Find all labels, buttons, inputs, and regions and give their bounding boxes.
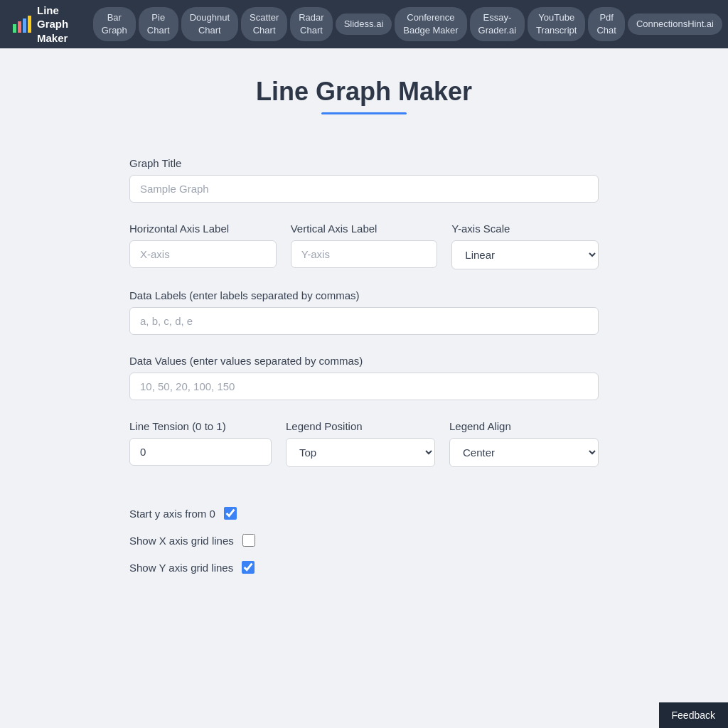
v-axis-label: Vertical Axis Label <box>291 223 438 235</box>
navbar: Line GraphMaker BarGraph PieChart Doughn… <box>0 0 728 48</box>
data-values-group: Data Values (enter values separated by c… <box>129 355 599 400</box>
axis-row: Horizontal Axis Label Vertical Axis Labe… <box>129 223 599 289</box>
line-tension-group: Line Tension (0 to 1) <box>129 420 272 467</box>
legend-position-label: Legend Position <box>286 420 435 432</box>
data-values-input[interactable] <box>129 373 599 400</box>
h-axis-label: Horizontal Axis Label <box>129 223 277 235</box>
svg-rect-2 <box>23 18 26 33</box>
h-axis-group: Horizontal Axis Label <box>129 223 277 269</box>
brand-icon <box>11 14 31 34</box>
nav-youtube-transcript[interactable]: YouTubeTranscript <box>528 7 585 41</box>
line-tension-input[interactable] <box>129 438 272 466</box>
start-y-checkbox[interactable] <box>224 507 237 520</box>
graph-title-group: Graph Title <box>129 157 599 203</box>
data-values-label: Data Values (enter values separated by c… <box>129 355 599 367</box>
legend-align-select[interactable]: Center Start End <box>449 438 599 467</box>
main-content: Line Graph Maker Graph Title Horizontal … <box>44 48 684 631</box>
nav-connections-hint[interactable]: ConnectionsHint.ai <box>628 14 722 35</box>
nav-essay-grader[interactable]: Essay-Grader.ai <box>470 7 525 41</box>
svg-rect-1 <box>18 21 21 33</box>
show-y-grid-label: Show Y axis grid lines <box>129 562 233 574</box>
y-scale-select[interactable]: Linear Logarithmic <box>451 240 599 269</box>
start-y-label: Start y axis from 0 <box>129 508 215 520</box>
feedback-button[interactable]: Feedback <box>659 702 728 728</box>
h-axis-input[interactable] <box>129 240 277 268</box>
graph-title-input[interactable] <box>129 175 599 203</box>
tension-legend-row: Line Tension (0 to 1) Legend Position To… <box>129 420 599 487</box>
nav-scatter-chart[interactable]: ScatterChart <box>241 7 287 41</box>
legend-position-select[interactable]: Top Bottom Left Right <box>286 438 435 467</box>
graph-title-label: Graph Title <box>129 157 599 169</box>
nav-conference-badge[interactable]: ConferenceBadge Maker <box>395 7 466 41</box>
data-labels-group: Data Labels (enter labels separated by c… <box>129 289 599 335</box>
y-scale-group: Y-axis Scale Linear Logarithmic <box>451 223 599 269</box>
title-underline <box>321 112 407 114</box>
data-labels-label: Data Labels (enter labels separated by c… <box>129 289 599 301</box>
data-labels-input[interactable] <box>129 307 599 335</box>
nav-bar-graph[interactable]: BarGraph <box>93 7 136 41</box>
v-axis-group: Vertical Axis Label <box>291 223 438 269</box>
show-x-grid-checkbox[interactable] <box>242 534 255 547</box>
svg-rect-3 <box>28 16 31 33</box>
show-x-grid-label: Show X axis grid lines <box>129 535 234 547</box>
start-y-row: Start y axis from 0 <box>129 507 599 520</box>
brand-text: Line GraphMaker <box>37 4 85 46</box>
y-scale-label: Y-axis Scale <box>451 223 599 235</box>
svg-rect-0 <box>13 24 16 33</box>
nav-pdf-chat[interactable]: PdfChat <box>588 7 624 41</box>
nav-slidess[interactable]: Slidess.ai <box>336 14 392 35</box>
legend-align-group: Legend Align Center Start End <box>449 420 599 467</box>
brand-logo[interactable]: Line GraphMaker <box>6 4 90 46</box>
line-tension-label: Line Tension (0 to 1) <box>129 420 272 432</box>
page-title: Line Graph Maker <box>58 77 670 107</box>
nav-radar-chart[interactable]: RadarChart <box>290 7 332 41</box>
nav-doughnut-chart[interactable]: DoughnutChart <box>181 7 238 41</box>
nav-pie-chart[interactable]: PieChart <box>139 7 178 41</box>
legend-position-group: Legend Position Top Bottom Left Right <box>286 420 435 467</box>
legend-align-label: Legend Align <box>449 420 599 432</box>
v-axis-input[interactable] <box>291 240 438 268</box>
show-y-grid-checkbox[interactable] <box>242 561 255 574</box>
form-section: Graph Title Horizontal Axis Label Vertic… <box>129 157 599 574</box>
show-y-grid-row: Show Y axis grid lines <box>129 561 599 574</box>
show-x-grid-row: Show X axis grid lines <box>129 534 599 547</box>
